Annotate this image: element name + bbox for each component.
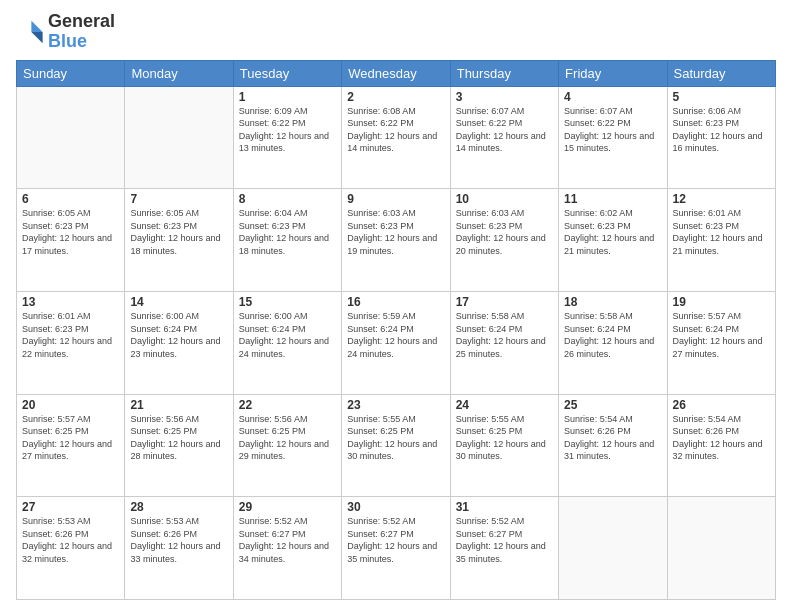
calendar-cell: 2Sunrise: 6:08 AM Sunset: 6:22 PM Daylig… — [342, 86, 450, 189]
day-info: Sunrise: 6:07 AM Sunset: 6:22 PM Dayligh… — [564, 105, 661, 155]
calendar-cell: 21Sunrise: 5:56 AM Sunset: 6:25 PM Dayli… — [125, 394, 233, 497]
column-header-monday: Monday — [125, 60, 233, 86]
day-number: 20 — [22, 398, 119, 412]
day-info: Sunrise: 5:53 AM Sunset: 6:26 PM Dayligh… — [130, 515, 227, 565]
day-info: Sunrise: 5:57 AM Sunset: 6:24 PM Dayligh… — [673, 310, 770, 360]
day-number: 10 — [456, 192, 553, 206]
day-info: Sunrise: 5:53 AM Sunset: 6:26 PM Dayligh… — [22, 515, 119, 565]
calendar-cell — [559, 497, 667, 600]
day-info: Sunrise: 5:55 AM Sunset: 6:25 PM Dayligh… — [456, 413, 553, 463]
day-number: 24 — [456, 398, 553, 412]
day-number: 2 — [347, 90, 444, 104]
day-info: Sunrise: 5:56 AM Sunset: 6:25 PM Dayligh… — [239, 413, 336, 463]
day-number: 18 — [564, 295, 661, 309]
day-number: 22 — [239, 398, 336, 412]
day-info: Sunrise: 6:05 AM Sunset: 6:23 PM Dayligh… — [130, 207, 227, 257]
header: General Blue — [16, 12, 776, 52]
calendar-cell: 13Sunrise: 6:01 AM Sunset: 6:23 PM Dayli… — [17, 291, 125, 394]
calendar-cell: 30Sunrise: 5:52 AM Sunset: 6:27 PM Dayli… — [342, 497, 450, 600]
day-number: 1 — [239, 90, 336, 104]
day-number: 28 — [130, 500, 227, 514]
calendar-cell: 1Sunrise: 6:09 AM Sunset: 6:22 PM Daylig… — [233, 86, 341, 189]
day-number: 21 — [130, 398, 227, 412]
svg-marker-1 — [31, 32, 42, 43]
calendar-cell: 7Sunrise: 6:05 AM Sunset: 6:23 PM Daylig… — [125, 189, 233, 292]
day-number: 26 — [673, 398, 770, 412]
day-info: Sunrise: 6:07 AM Sunset: 6:22 PM Dayligh… — [456, 105, 553, 155]
day-number: 29 — [239, 500, 336, 514]
column-header-sunday: Sunday — [17, 60, 125, 86]
calendar-cell: 31Sunrise: 5:52 AM Sunset: 6:27 PM Dayli… — [450, 497, 558, 600]
logo: General Blue — [16, 12, 115, 52]
day-number: 12 — [673, 192, 770, 206]
day-number: 17 — [456, 295, 553, 309]
column-header-friday: Friday — [559, 60, 667, 86]
calendar-cell: 17Sunrise: 5:58 AM Sunset: 6:24 PM Dayli… — [450, 291, 558, 394]
logo-icon — [16, 18, 44, 46]
calendar-cell: 18Sunrise: 5:58 AM Sunset: 6:24 PM Dayli… — [559, 291, 667, 394]
calendar-cell — [125, 86, 233, 189]
calendar-table: SundayMondayTuesdayWednesdayThursdayFrid… — [16, 60, 776, 600]
day-number: 14 — [130, 295, 227, 309]
calendar-cell — [667, 497, 775, 600]
day-number: 8 — [239, 192, 336, 206]
day-info: Sunrise: 6:00 AM Sunset: 6:24 PM Dayligh… — [130, 310, 227, 360]
day-info: Sunrise: 5:56 AM Sunset: 6:25 PM Dayligh… — [130, 413, 227, 463]
calendar-cell: 20Sunrise: 5:57 AM Sunset: 6:25 PM Dayli… — [17, 394, 125, 497]
day-number: 13 — [22, 295, 119, 309]
calendar-cell — [17, 86, 125, 189]
day-info: Sunrise: 6:01 AM Sunset: 6:23 PM Dayligh… — [673, 207, 770, 257]
day-number: 9 — [347, 192, 444, 206]
calendar-header-row: SundayMondayTuesdayWednesdayThursdayFrid… — [17, 60, 776, 86]
column-header-tuesday: Tuesday — [233, 60, 341, 86]
day-info: Sunrise: 6:05 AM Sunset: 6:23 PM Dayligh… — [22, 207, 119, 257]
day-info: Sunrise: 5:55 AM Sunset: 6:25 PM Dayligh… — [347, 413, 444, 463]
day-number: 15 — [239, 295, 336, 309]
day-number: 30 — [347, 500, 444, 514]
calendar-cell: 11Sunrise: 6:02 AM Sunset: 6:23 PM Dayli… — [559, 189, 667, 292]
column-header-wednesday: Wednesday — [342, 60, 450, 86]
calendar-week-3: 13Sunrise: 6:01 AM Sunset: 6:23 PM Dayli… — [17, 291, 776, 394]
calendar-cell: 14Sunrise: 6:00 AM Sunset: 6:24 PM Dayli… — [125, 291, 233, 394]
calendar-cell: 3Sunrise: 6:07 AM Sunset: 6:22 PM Daylig… — [450, 86, 558, 189]
day-number: 4 — [564, 90, 661, 104]
calendar-cell: 27Sunrise: 5:53 AM Sunset: 6:26 PM Dayli… — [17, 497, 125, 600]
calendar-cell: 24Sunrise: 5:55 AM Sunset: 6:25 PM Dayli… — [450, 394, 558, 497]
day-info: Sunrise: 6:00 AM Sunset: 6:24 PM Dayligh… — [239, 310, 336, 360]
day-info: Sunrise: 5:58 AM Sunset: 6:24 PM Dayligh… — [456, 310, 553, 360]
calendar-week-5: 27Sunrise: 5:53 AM Sunset: 6:26 PM Dayli… — [17, 497, 776, 600]
day-info: Sunrise: 5:52 AM Sunset: 6:27 PM Dayligh… — [239, 515, 336, 565]
calendar-cell: 12Sunrise: 6:01 AM Sunset: 6:23 PM Dayli… — [667, 189, 775, 292]
day-number: 27 — [22, 500, 119, 514]
day-info: Sunrise: 5:58 AM Sunset: 6:24 PM Dayligh… — [564, 310, 661, 360]
logo-text: General Blue — [48, 12, 115, 52]
day-number: 7 — [130, 192, 227, 206]
calendar-cell: 22Sunrise: 5:56 AM Sunset: 6:25 PM Dayli… — [233, 394, 341, 497]
day-number: 25 — [564, 398, 661, 412]
day-number: 11 — [564, 192, 661, 206]
calendar-cell: 19Sunrise: 5:57 AM Sunset: 6:24 PM Dayli… — [667, 291, 775, 394]
calendar-cell: 4Sunrise: 6:07 AM Sunset: 6:22 PM Daylig… — [559, 86, 667, 189]
day-info: Sunrise: 6:04 AM Sunset: 6:23 PM Dayligh… — [239, 207, 336, 257]
day-info: Sunrise: 6:08 AM Sunset: 6:22 PM Dayligh… — [347, 105, 444, 155]
day-number: 23 — [347, 398, 444, 412]
day-number: 5 — [673, 90, 770, 104]
day-info: Sunrise: 5:52 AM Sunset: 6:27 PM Dayligh… — [347, 515, 444, 565]
day-number: 31 — [456, 500, 553, 514]
calendar-cell: 8Sunrise: 6:04 AM Sunset: 6:23 PM Daylig… — [233, 189, 341, 292]
calendar-cell: 25Sunrise: 5:54 AM Sunset: 6:26 PM Dayli… — [559, 394, 667, 497]
day-info: Sunrise: 6:03 AM Sunset: 6:23 PM Dayligh… — [347, 207, 444, 257]
svg-marker-0 — [31, 21, 42, 32]
day-info: Sunrise: 5:57 AM Sunset: 6:25 PM Dayligh… — [22, 413, 119, 463]
calendar-cell: 16Sunrise: 5:59 AM Sunset: 6:24 PM Dayli… — [342, 291, 450, 394]
calendar-cell: 10Sunrise: 6:03 AM Sunset: 6:23 PM Dayli… — [450, 189, 558, 292]
day-info: Sunrise: 5:59 AM Sunset: 6:24 PM Dayligh… — [347, 310, 444, 360]
column-header-saturday: Saturday — [667, 60, 775, 86]
day-info: Sunrise: 6:02 AM Sunset: 6:23 PM Dayligh… — [564, 207, 661, 257]
day-info: Sunrise: 6:09 AM Sunset: 6:22 PM Dayligh… — [239, 105, 336, 155]
day-info: Sunrise: 6:03 AM Sunset: 6:23 PM Dayligh… — [456, 207, 553, 257]
day-info: Sunrise: 6:06 AM Sunset: 6:23 PM Dayligh… — [673, 105, 770, 155]
day-number: 3 — [456, 90, 553, 104]
day-info: Sunrise: 5:54 AM Sunset: 6:26 PM Dayligh… — [564, 413, 661, 463]
calendar-cell: 23Sunrise: 5:55 AM Sunset: 6:25 PM Dayli… — [342, 394, 450, 497]
